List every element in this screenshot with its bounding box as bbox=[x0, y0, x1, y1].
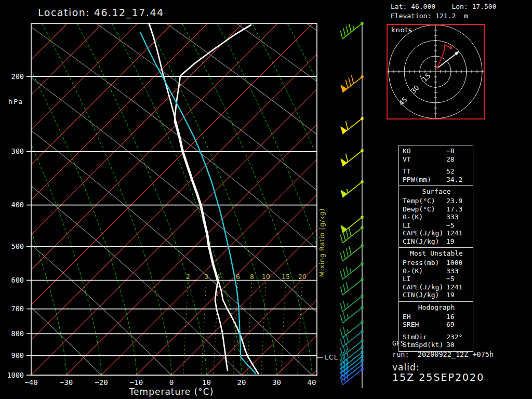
stat-row: StmDir232° bbox=[403, 333, 470, 341]
wind-barb bbox=[340, 117, 363, 134]
stat-row: CIN(J/kg)19 bbox=[403, 237, 470, 246]
temp-tick-label: 10 bbox=[202, 378, 211, 387]
temperature-axis-title: Temperature (°C) bbox=[94, 387, 249, 397]
stat-value: 19 bbox=[446, 291, 470, 299]
temp-tick-label: 30 bbox=[272, 378, 281, 387]
stats-section-title: Hodograph bbox=[403, 303, 470, 312]
stat-label: Press(mb) bbox=[403, 259, 446, 267]
wind-barb bbox=[340, 307, 363, 323]
pressure-tick-label: 1000 bbox=[7, 371, 24, 379]
pressure-tick-label: 300 bbox=[11, 147, 24, 155]
wind-barb bbox=[340, 181, 363, 197]
wind-barb bbox=[340, 150, 363, 166]
hodograph-ring-label: 15 bbox=[421, 72, 432, 83]
valid-label: valid: bbox=[392, 362, 419, 373]
wind-barb bbox=[340, 216, 363, 233]
stat-value: 23.9 bbox=[446, 197, 470, 205]
stat-label: CAPE(J/kg) bbox=[403, 229, 446, 237]
stat-row: TT52 bbox=[403, 167, 470, 176]
stat-value: 16 bbox=[446, 313, 470, 321]
stat-label: PPW(mm) bbox=[403, 176, 446, 184]
stat-row: Dewp(°C)17.3 bbox=[403, 205, 470, 214]
stats-panel: KO−8VT28TT52PPW(mm)34.2SurfaceTemp(°C)23… bbox=[398, 145, 473, 352]
stat-label: VT bbox=[403, 155, 446, 164]
wind-barb bbox=[340, 321, 363, 338]
stat-label: SREH bbox=[403, 321, 446, 329]
mixing-ratio-label: 10 bbox=[262, 273, 270, 281]
lcl-marker-label: LCL bbox=[325, 353, 338, 361]
moist-adiabat-line bbox=[323, 23, 385, 375]
stat-value: 34.2 bbox=[446, 176, 470, 184]
mixing-ratio-label: 8 bbox=[250, 273, 254, 281]
dry-adiabat-line bbox=[307, 23, 384, 375]
stat-value: 30 bbox=[446, 341, 470, 349]
temperature-curve bbox=[149, 23, 258, 374]
stat-row: PPW(mm)34.2 bbox=[403, 176, 470, 184]
stat-value: −5 bbox=[446, 221, 470, 230]
mixing-ratio-axis-title: Mixing Ratio (g/kg) bbox=[318, 206, 328, 279]
stat-value: 1241 bbox=[446, 283, 470, 291]
temp-tick-label: −30 bbox=[60, 378, 73, 387]
hodograph: 153045 bbox=[383, 21, 487, 122]
latlon-label: Lat: 46.000 Lon: 17.500 bbox=[391, 3, 497, 10]
wind-barb bbox=[340, 330, 363, 347]
wind-barb bbox=[340, 278, 363, 295]
hodograph-ring-label: 45 bbox=[397, 96, 409, 107]
stat-row: SREH69 bbox=[403, 321, 470, 329]
stat-label: LI bbox=[403, 221, 446, 230]
hodograph-ring-label: 30 bbox=[409, 84, 421, 95]
stat-row: StmSpd(kt)30 bbox=[403, 341, 470, 349]
mixing-ratio-label: 20 bbox=[298, 273, 307, 281]
stat-row: EH16 bbox=[403, 313, 470, 321]
mixing-ratio-label: 2 bbox=[186, 273, 190, 281]
isotherm-line bbox=[312, 23, 384, 375]
stat-value: 17.3 bbox=[446, 205, 470, 214]
stat-value: 232° bbox=[446, 333, 470, 341]
stat-label: CIN(J/kg) bbox=[403, 291, 446, 299]
stat-label: TT bbox=[403, 167, 446, 176]
hodograph-trace-end-dot bbox=[449, 46, 453, 49]
temp-tick-label: −20 bbox=[95, 378, 108, 387]
stat-label: Dewp(°C) bbox=[403, 205, 446, 214]
stat-value: 333 bbox=[446, 213, 470, 221]
temp-tick-label: 40 bbox=[308, 378, 316, 387]
stat-value: −5 bbox=[446, 275, 470, 283]
stats-section-title: Most Unstable bbox=[403, 249, 470, 258]
stat-label: θₑ(K) bbox=[403, 213, 446, 221]
stats-section-title: Surface bbox=[403, 188, 470, 196]
model-name: GFS bbox=[392, 339, 404, 347]
mixing-ratio-label: 15 bbox=[282, 273, 290, 281]
pressure-tick-label: 700 bbox=[11, 304, 24, 313]
stats-section-indices: KO−8VT28TT52PPW(mm)34.2 bbox=[399, 145, 473, 185]
stat-row: CAPE(J/kg)1241 bbox=[403, 229, 470, 237]
stat-label: CAPE(J/kg) bbox=[403, 283, 446, 291]
stat-row: Temp(°C)23.9 bbox=[403, 197, 470, 205]
mixing-ratio-line bbox=[261, 283, 266, 374]
wind-barb bbox=[340, 245, 363, 261]
elevation-label: Elevation: 121.2 m bbox=[391, 12, 468, 20]
wind-barb bbox=[340, 263, 363, 280]
temp-tick-label: −40 bbox=[24, 378, 37, 387]
pressure-tick-label: 400 bbox=[11, 201, 24, 209]
hodograph-units-label: knots bbox=[391, 26, 413, 34]
stat-label: CIN(J/kg) bbox=[403, 237, 446, 246]
pressure-tick-label: 200 bbox=[11, 72, 24, 81]
hodograph-trace bbox=[437, 45, 450, 68]
stats-section-hodograph: HodographEH16SREH69StmDir232°StmSpd(kt)3… bbox=[399, 301, 473, 351]
stat-row: θₑ(K)333 bbox=[403, 267, 470, 275]
stat-label: Temp(°C) bbox=[403, 197, 446, 205]
valid-time: 15Z 25SEP2020 bbox=[392, 371, 484, 383]
stat-row: Press(mb)1000 bbox=[403, 259, 470, 267]
wind-barb bbox=[340, 75, 363, 92]
stat-row: LI−5 bbox=[403, 221, 470, 230]
stat-row: VT28 bbox=[403, 155, 470, 164]
stats-section-most-unstable: Most UnstablePress(mb)1000θₑ(K)333LI−5CA… bbox=[399, 247, 473, 301]
pressure-tick-label: 900 bbox=[11, 351, 24, 360]
pressure-tick-label: 600 bbox=[11, 276, 24, 284]
pressure-tick-label: 800 bbox=[11, 329, 24, 338]
temp-tick-label: 0 bbox=[169, 378, 174, 387]
stat-value: 333 bbox=[446, 267, 470, 275]
mixing-ratio-label: 3 bbox=[204, 273, 208, 281]
skewt-app: Location: 46.12_17.44 Lat: 46.000 Lon: 1… bbox=[0, 0, 532, 399]
stat-row: θₑ(K)333 bbox=[403, 213, 470, 221]
